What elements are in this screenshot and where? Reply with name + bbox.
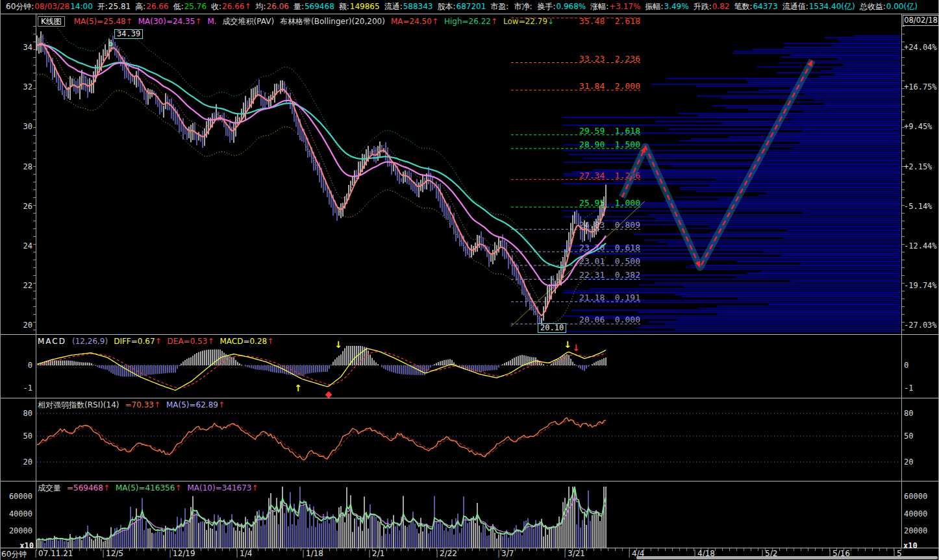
up-arrow-icon: ↑ bbox=[218, 400, 225, 409]
divider bbox=[0, 334, 939, 335]
axis-tick-label: -1 bbox=[904, 383, 913, 393]
axis-tick-label: 80 bbox=[904, 409, 913, 418]
fib-level-label: 28.90 1.500 bbox=[579, 140, 640, 149]
axis-tick-label: 50 bbox=[0, 432, 32, 441]
indicator-value: M. bbox=[207, 17, 216, 26]
indicator-value: 成交堆积(PAV) bbox=[223, 17, 274, 26]
kline-chart[interactable]: 35.48 2.61833.23 2.23631.84 2.00029.59 1… bbox=[0, 14, 939, 334]
axis-tick-label: 20 bbox=[904, 457, 913, 467]
volume-header: 成交量=569468↑MA(5)=416356↑MA(10)=341673↑ bbox=[38, 483, 264, 494]
up-arrow-icon: ↑ bbox=[155, 337, 162, 346]
axis-tick-label: 0 bbox=[0, 361, 32, 370]
quote-field-value: 08/03/28 bbox=[34, 2, 69, 11]
indicator-value: High=26.22↑ bbox=[444, 17, 497, 26]
fib-level-label: 23.01 0.500 bbox=[579, 256, 640, 266]
macd-signal-marker: ◆ bbox=[325, 389, 332, 398]
indicator-value: MA(5)=416356↑ bbox=[116, 483, 182, 493]
up-arrow-icon: ↑ bbox=[252, 483, 258, 493]
quote-field-label: 涨幅: bbox=[590, 2, 608, 11]
quote-info-bar: 60分钟:08/03/2814:00开:25.81高:26.66低:25.76收… bbox=[0, 0, 939, 14]
axis-tick-label: 80 bbox=[0, 409, 32, 418]
indicator-value: MA(10)=341673↑ bbox=[187, 483, 258, 493]
axis-tick-label: 20000 bbox=[904, 526, 927, 535]
indicator-value: 相对强弱指数(RSI)(14) bbox=[38, 400, 119, 409]
quote-field-label: 换手: bbox=[537, 2, 555, 11]
axis-tick-label: 34 bbox=[0, 43, 32, 52]
fib-level-label: 35.48 2.618 bbox=[579, 16, 640, 26]
fib-level-label: 29.59 1.618 bbox=[579, 126, 640, 136]
quote-field-value: 26.06 bbox=[267, 2, 289, 11]
kline-header: K线图 MA(5)=25.48↑MA(30)=24.35↑M.成交堆积(PAV)… bbox=[38, 16, 560, 27]
indicator-value: 布林格带(Bollinger)(20,200) bbox=[280, 17, 385, 26]
axis-tick-label: -1 bbox=[0, 383, 32, 393]
date-tick-label: |3/21 bbox=[564, 549, 585, 558]
macd-signal-marker: ↓ bbox=[334, 339, 342, 350]
quote-field-value: 26.66 bbox=[146, 2, 168, 11]
axis-tick-label: 24 bbox=[0, 241, 32, 250]
quote-field-value: +3.17% bbox=[609, 2, 640, 11]
kline-tab[interactable]: K线图 bbox=[38, 16, 65, 27]
rsi-ma5-line bbox=[37, 420, 606, 458]
date-tick-label: |2/22 bbox=[436, 549, 457, 558]
volume-unit-right: x10 bbox=[903, 541, 918, 550]
indicator-value: Low=22.79↓ bbox=[503, 17, 554, 26]
quote-field-label: 市净: bbox=[514, 2, 532, 11]
axis-ticks bbox=[33, 26, 36, 331]
macd-header: MACD(12,26,9)DIFF=0.67↑DEA=0.53↑MACD=0.2… bbox=[38, 337, 279, 346]
axis-tick-label: 26 bbox=[0, 202, 32, 211]
quote-field-value: 687201 bbox=[457, 2, 486, 11]
axis-tick-label: +24.04% bbox=[904, 43, 937, 52]
quote-field-value: 26.66↑ bbox=[222, 2, 251, 11]
low-price-label: 20.10 bbox=[538, 323, 566, 333]
indicator-value: DIFF=0.67↑ bbox=[114, 337, 161, 346]
quote-field-value: 1534.40(亿) bbox=[809, 2, 855, 11]
quote-field-label: 60分钟: bbox=[6, 2, 34, 11]
date-tick-label: |3/7 bbox=[497, 549, 514, 558]
volume-unit-left: x10 bbox=[9, 541, 34, 550]
quote-field-value: 64373 bbox=[753, 2, 777, 11]
axis-tick-label: -27.03% bbox=[904, 321, 937, 330]
quote-field-label: 高: bbox=[135, 2, 145, 11]
quote-field-value: 3.49% bbox=[664, 2, 689, 11]
axis-tick-label: 0 bbox=[904, 361, 908, 370]
peak-price-label: 34.39 bbox=[114, 29, 143, 39]
fib-level-label: 22.31 0.382 bbox=[579, 270, 640, 280]
indicator-value: MACD bbox=[38, 337, 66, 346]
volume-profile bbox=[563, 35, 901, 332]
indicator-value: DEA=0.53↑ bbox=[168, 337, 214, 346]
horizontal-scrollbar-thumb[interactable] bbox=[636, 556, 938, 559]
bollinger-mid-ma bbox=[37, 45, 606, 267]
quote-field-label: 流通值: bbox=[782, 2, 808, 11]
indicator-value: MA(5)=25.48↑ bbox=[74, 17, 132, 26]
axis-tick-label: 30 bbox=[0, 122, 32, 131]
axis-tick-label: +9.45% bbox=[904, 122, 932, 131]
quote-field-label: 量: bbox=[294, 2, 304, 11]
macd-signal-marker: ↓ bbox=[572, 343, 580, 353]
indicator-value: MA(30)=24.35↑ bbox=[138, 17, 202, 26]
indicator-value: MA=24.50↑ bbox=[391, 17, 438, 26]
rsi-chart[interactable] bbox=[0, 398, 939, 481]
macd-histogram bbox=[39, 346, 606, 377]
quote-field-label: 收: bbox=[211, 2, 221, 11]
quote-field-label: 股本: bbox=[437, 2, 455, 11]
quote-field-value: 588343 bbox=[403, 2, 433, 11]
quote-field-label: 低: bbox=[173, 2, 184, 11]
timeframe-label: 60分钟 bbox=[1, 549, 27, 560]
date-tick-label: |2/1 bbox=[368, 549, 384, 558]
up-arrow-icon: ↑ bbox=[195, 17, 201, 26]
macd-signal-marker: ↑ bbox=[294, 383, 302, 393]
stock-analysis-window: 60分钟:08/03/2814:00开:25.81高:26.66低:25.76收… bbox=[0, 0, 939, 560]
quote-field-value: 14:00 bbox=[70, 2, 93, 11]
axis-tick-label: 20 bbox=[0, 457, 32, 467]
quote-field-label: 流通: bbox=[384, 2, 403, 11]
fib-level-label: 31.84 2.000 bbox=[579, 81, 640, 91]
axis-tick-label: 40000 bbox=[904, 509, 927, 518]
b-marker: b bbox=[108, 40, 113, 48]
indicator-value: (12,26,9) bbox=[72, 337, 108, 346]
indicator-value: MACD=0.28↑ bbox=[219, 337, 273, 346]
axis-tick-label: 60000 bbox=[904, 492, 927, 501]
quote-field-value: 149865 bbox=[350, 2, 380, 11]
axis-tick-label: 40000 bbox=[0, 509, 32, 518]
quote-field-value: 0.968% bbox=[556, 2, 586, 11]
axis-tick-label: 60000 bbox=[0, 492, 32, 501]
